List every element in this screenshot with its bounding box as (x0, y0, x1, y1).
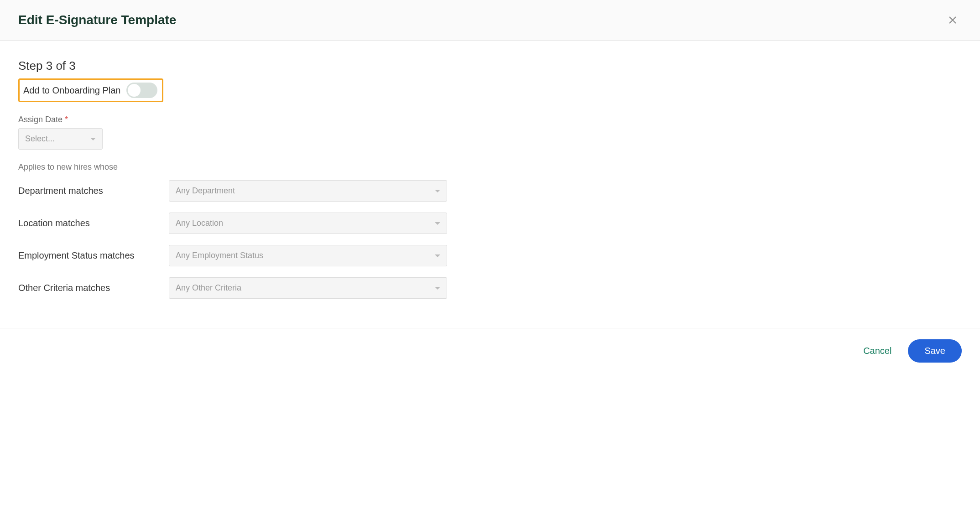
modal-footer: Cancel Save (0, 328, 980, 374)
other-criteria-label: Other Criteria matches (18, 283, 169, 293)
assign-date-label: Assign Date * (18, 115, 962, 125)
department-criteria-row: Department matches Any Department (18, 180, 962, 202)
employment-status-select[interactable]: Any Employment Status (169, 245, 447, 266)
chevron-down-icon (90, 138, 96, 140)
employment-status-criteria-label: Employment Status matches (18, 250, 169, 261)
onboarding-plan-toggle[interactable] (126, 83, 157, 98)
modal-header: Edit E-Signature Template (0, 0, 980, 41)
step-indicator: Step 3 of 3 (18, 59, 962, 73)
assign-date-select[interactable]: Select... (18, 128, 103, 150)
chevron-down-icon (435, 190, 440, 192)
close-icon (947, 15, 958, 26)
assign-date-label-text: Assign Date (18, 115, 63, 124)
other-criteria-select-placeholder: Any Other Criteria (176, 283, 241, 293)
save-button[interactable]: Save (908, 339, 962, 363)
location-select-placeholder: Any Location (176, 218, 223, 228)
chevron-down-icon (435, 222, 440, 225)
close-button[interactable] (944, 11, 962, 29)
criteria-helper-text: Applies to new hires whose (18, 162, 962, 172)
department-criteria-label: Department matches (18, 186, 169, 196)
chevron-down-icon (435, 287, 440, 290)
other-criteria-row: Other Criteria matches Any Other Criteri… (18, 277, 962, 299)
assign-date-field: Assign Date * Select... (18, 115, 962, 150)
location-criteria-row: Location matches Any Location (18, 213, 962, 234)
employment-status-criteria-row: Employment Status matches Any Employment… (18, 245, 962, 266)
location-select[interactable]: Any Location (169, 213, 447, 234)
cancel-button[interactable]: Cancel (858, 341, 897, 361)
onboarding-plan-toggle-row: Add to Onboarding Plan (18, 78, 163, 102)
department-select[interactable]: Any Department (169, 180, 447, 202)
onboarding-plan-toggle-label: Add to Onboarding Plan (23, 85, 121, 96)
employment-status-select-placeholder: Any Employment Status (176, 251, 263, 260)
location-criteria-label: Location matches (18, 218, 169, 228)
department-select-placeholder: Any Department (176, 186, 235, 196)
toggle-knob (128, 84, 141, 97)
modal-title: Edit E-Signature Template (18, 13, 176, 27)
other-criteria-select[interactable]: Any Other Criteria (169, 277, 447, 299)
chevron-down-icon (435, 254, 440, 257)
modal-content: Step 3 of 3 Add to Onboarding Plan Assig… (0, 41, 980, 328)
assign-date-placeholder: Select... (25, 134, 55, 144)
required-indicator: * (65, 115, 68, 124)
